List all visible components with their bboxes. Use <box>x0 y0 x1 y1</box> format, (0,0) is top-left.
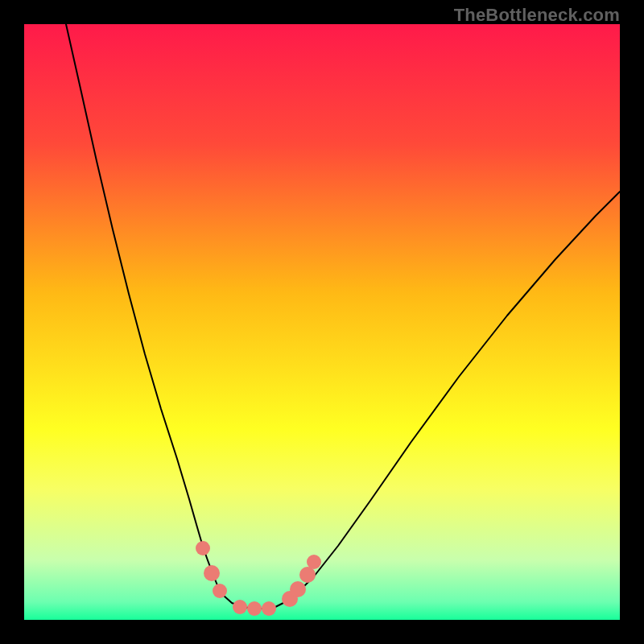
watermark-label: TheBottleneck.com <box>454 5 620 26</box>
plot-area <box>24 24 620 620</box>
valley-marker-4 <box>247 601 262 616</box>
series-left-branch <box>66 24 243 607</box>
chart-frame: TheBottleneck.com <box>0 0 644 644</box>
valley-marker-0 <box>196 541 210 555</box>
series-right-branch <box>275 192 620 607</box>
valley-marker-5 <box>262 601 276 616</box>
valley-marker-8 <box>299 567 316 583</box>
valley-marker-1 <box>204 565 220 581</box>
valley-marker-9 <box>307 555 321 569</box>
bottleneck-curve <box>24 24 620 620</box>
valley-marker-3 <box>233 600 247 614</box>
valley-marker-7 <box>290 581 306 597</box>
valley-marker-2 <box>213 584 227 598</box>
